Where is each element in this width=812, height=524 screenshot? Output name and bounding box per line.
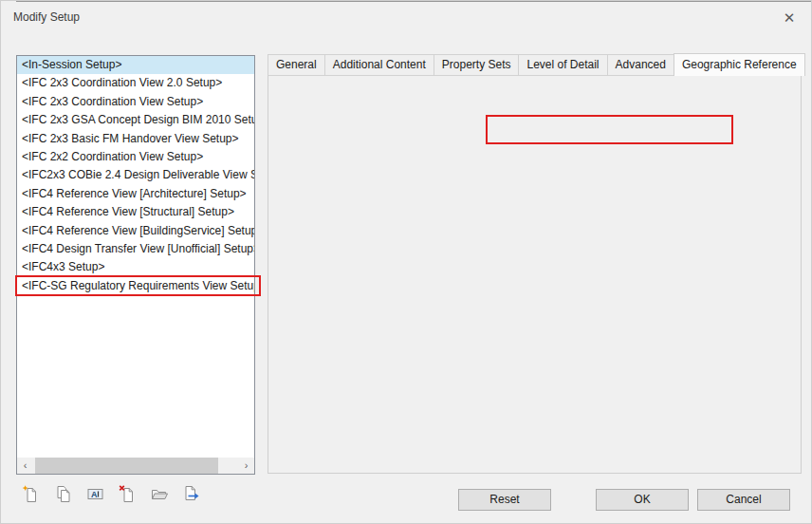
setup-list-item-ifc-sg[interactable]: <IFC-SG Regulatory Requirements View Set… (17, 277, 254, 295)
setup-list: <In-Session Setup> <IFC 2x3 Coordination… (16, 55, 255, 475)
setup-list-item-label: <IFC 2x3 GSA Concept Design BIM 2010 Set… (22, 111, 254, 129)
copy-icon (53, 484, 73, 504)
open-folder-icon (150, 484, 170, 504)
ok-button[interactable]: OK (596, 489, 689, 511)
modify-setup-dialog: Modify Setup ✕ <In-Session Setup> <IFC 2… (0, 0, 812, 524)
tab-level-of-detail[interactable]: Level of Detail (518, 54, 607, 76)
setup-list-item-label: <IFC-SG Regulatory Requirements View Set… (22, 277, 254, 295)
close-button[interactable]: ✕ (773, 7, 805, 29)
setup-list-item[interactable]: <In-Session Setup> (17, 56, 254, 74)
setup-list-item[interactable]: <IFC 2x3 Coordination View 2.0 Setup> (17, 74, 254, 92)
scroll-right-icon: › (245, 459, 249, 471)
setup-list-item-label: <IFC4 Reference View [Architecture] Setu… (22, 185, 254, 203)
setup-list-item[interactable]: <IFC 2x2 Coordination View Setup> (17, 148, 254, 166)
svg-text:A: A (91, 489, 98, 498)
tab-property-sets[interactable]: Property Sets (434, 54, 520, 76)
rename-setup-button[interactable]: A (83, 482, 106, 505)
setup-list-item[interactable]: <IFC 2x3 Coordination View Setup> (17, 93, 254, 111)
cancel-button[interactable]: Cancel (697, 489, 790, 511)
geographic-reference-panel (268, 75, 802, 474)
window-top-edge (16, 1, 811, 2)
tab-additional-content[interactable]: Additional Content (324, 54, 434, 76)
setup-list-item[interactable]: <IFC4 Reference View [BuildingService] S… (17, 222, 254, 240)
scroll-right-button[interactable]: › (238, 458, 254, 474)
setup-toolbar: A (19, 482, 203, 505)
setup-list-item[interactable]: <IFC 2x3 GSA Concept Design BIM 2010 Set… (17, 111, 254, 129)
export-page-icon (182, 484, 202, 504)
duplicate-setup-button[interactable] (51, 482, 74, 505)
setup-list-item-label: <IFC 2x3 Coordination View Setup> (22, 93, 254, 111)
setup-list-item[interactable]: <IFC4 Reference View [Architecture] Setu… (17, 185, 254, 203)
tab-advanced[interactable]: Advanced (607, 54, 674, 76)
delete-page-icon (118, 484, 138, 504)
new-setup-button[interactable] (19, 482, 42, 505)
dialog-title: Modify Setup (13, 10, 80, 24)
setup-list-item-label: <IFC2x3 COBie 2.4 Design Deliverable Vie… (22, 166, 254, 184)
close-icon: ✕ (784, 9, 796, 26)
setup-list-item-label: <IFC4 Reference View [Structural] Setup> (22, 203, 254, 221)
setup-list-item-label: <IFC4 Design Transfer View [Unofficial] … (22, 240, 254, 258)
scrollbar-track[interactable] (33, 458, 238, 474)
setup-list-item-label: <IFC4x3 Setup> (22, 258, 254, 276)
setup-list-item[interactable]: <IFC4x3 Setup> (17, 258, 254, 276)
setup-list-item-label: <IFC4 Reference View [BuildingService] S… (22, 222, 254, 240)
tab-general[interactable]: General (268, 54, 325, 76)
delete-setup-button[interactable] (116, 482, 138, 505)
export-setup-button[interactable] (180, 482, 203, 505)
horizontal-scrollbar[interactable]: ‹ › (17, 458, 254, 474)
setup-list-item-label: <In-Session Setup> (22, 56, 254, 74)
tab-geographic-reference[interactable]: Geographic Reference (674, 53, 805, 76)
setup-list-item[interactable]: <IFC4 Design Transfer View [Unofficial] … (17, 240, 254, 258)
setup-list-item[interactable]: <IFC2x3 COBie 2.4 Design Deliverable Vie… (17, 166, 254, 184)
setup-list-item-label: <IFC 2x3 Coordination View 2.0 Setup> (22, 74, 254, 92)
setup-list-item[interactable]: <IFC4 Reference View [Structural] Setup> (17, 203, 254, 221)
setup-list-item-label: <IFC 2x2 Coordination View Setup> (22, 148, 254, 166)
scrollbar-thumb[interactable] (35, 458, 218, 474)
reset-button[interactable]: Reset (458, 489, 551, 511)
rename-icon: A (85, 484, 105, 504)
import-setup-button[interactable] (148, 482, 171, 505)
scroll-left-icon: ‹ (24, 459, 28, 471)
tab-strip: General Additional Content Property Sets… (268, 54, 804, 76)
new-page-icon (21, 484, 41, 504)
setup-list-item-label: <IFC 2x3 Basic FM Handover View Setup> (22, 130, 254, 148)
scroll-left-button[interactable]: ‹ (17, 458, 33, 474)
setup-list-item[interactable]: <IFC 2x3 Basic FM Handover View Setup> (17, 130, 254, 148)
